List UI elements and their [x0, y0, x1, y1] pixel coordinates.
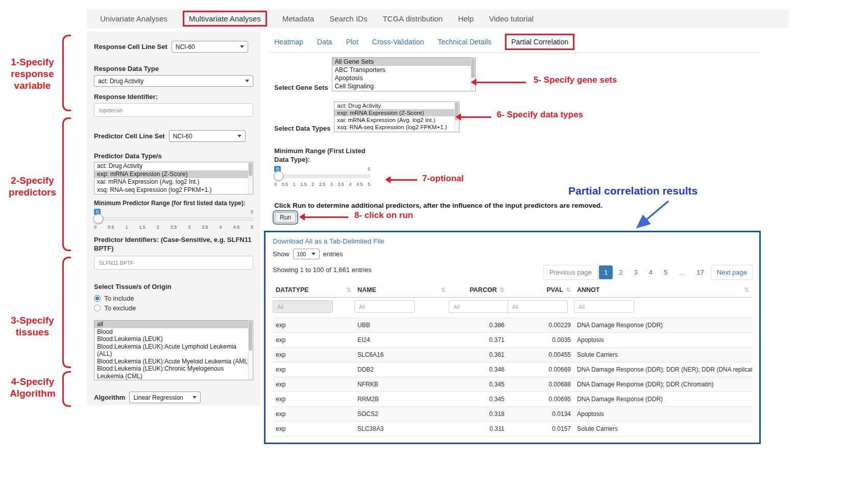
filter-parcor-input[interactable] — [449, 300, 509, 313]
column-header-annot[interactable]: ANNOT — [574, 283, 752, 298]
list-option[interactable]: all — [94, 321, 253, 328]
tissue-list[interactable]: all Blood Blood:Leukemia (LEUK) Blood:Le… — [94, 320, 253, 380]
table-row[interactable]: exp RRM2B 0.345 0.00695 DNA Damage Respo… — [273, 392, 752, 407]
page-number-button[interactable]: 2 — [614, 265, 628, 279]
sort-icon[interactable] — [566, 286, 571, 294]
predictor-identifiers-input[interactable] — [94, 256, 253, 270]
table-row[interactable]: exp NFRKB 0.345 0.00688 DNA Damage Respo… — [273, 377, 752, 392]
table-row[interactable]: exp SLC6A16 0.361 0.00455 Solute Carrier… — [273, 348, 752, 362]
data-types-list[interactable]: act: Drug Activity exp: mRNA Expression … — [334, 102, 460, 132]
nav-item[interactable]: Video tutorial — [489, 14, 534, 23]
nav-item[interactable]: TCGA distribution — [382, 14, 443, 23]
table-row[interactable]: exp SLC38A3 0.311 0.0157 Solute Carriers — [273, 422, 752, 436]
response-identifier-input[interactable] — [94, 103, 253, 117]
list-option[interactable]: act: Drug Activity — [334, 102, 459, 109]
nav-item[interactable]: Search IDs — [329, 14, 367, 23]
tab[interactable]: Heatmap — [274, 38, 303, 46]
column-header-name[interactable]: NAME — [354, 283, 449, 298]
min-range-slider[interactable]: 0 5 0 0.5 1 1.5 2 2.5 3 3.5 4 4.5 5 — [274, 166, 370, 188]
scrollbar[interactable] — [471, 58, 475, 91]
nav-item[interactable]: Univariate Analyses — [100, 14, 167, 23]
predictor-data-types-list[interactable]: act: Drug Activity exp: mRNA Expression … — [94, 162, 253, 194]
nav-item[interactable]: Multivariate Analyses — [183, 11, 267, 27]
list-option[interactable]: xai: mRNA Expression (Avg. log2 Int.) — [334, 116, 459, 124]
list-option[interactable]: xsq: RNA-seq Expression (log2 FPKM+1.) — [94, 186, 253, 194]
list-option[interactable]: Cell Signaling — [332, 82, 475, 90]
tab[interactable]: Partial Correlation — [505, 34, 574, 50]
radio-unselected-icon[interactable] — [94, 305, 101, 311]
tab[interactable]: Plot — [346, 38, 358, 46]
min-predictor-range-slider[interactable]: 0 5 0 0.5 1 1.5 2 2.5 3 3.5 4 4 — [94, 209, 253, 231]
tab[interactable]: Data — [317, 38, 332, 46]
scrollbar-thumb[interactable] — [471, 58, 475, 78]
filter-datatype-input[interactable] — [273, 300, 333, 313]
download-link[interactable]: Download All as a Tab-Delimited File — [273, 237, 752, 245]
sort-icon[interactable] — [346, 286, 351, 294]
cell-name: SLC6A16 — [354, 348, 449, 362]
entries-select[interactable]: 100 — [293, 249, 320, 259]
filter-pval-input[interactable] — [508, 300, 568, 313]
sort-icon[interactable] — [499, 286, 504, 294]
scrollbar-thumb[interactable] — [249, 163, 252, 176]
previous-page-button[interactable]: Previous page — [543, 265, 598, 280]
list-option[interactable]: Blood:Leukemia (LEUK):Acute Lymphoid Leu… — [94, 343, 253, 358]
column-header-parcor[interactable]: PARCOR — [449, 283, 508, 298]
list-option[interactable]: ABC Transporters — [332, 66, 475, 74]
chevron-down-icon — [237, 135, 242, 137]
page-number-button[interactable]: 4 — [644, 265, 658, 279]
table-row[interactable]: exp EI24 0.371 0.0035 Apoptosis — [273, 333, 752, 348]
list-option[interactable]: All Gene Sets — [332, 58, 475, 66]
column-header-pval[interactable]: PVAL — [508, 283, 574, 298]
list-option[interactable]: Apoptosis — [332, 74, 475, 82]
predictor-cell-line-set-select[interactable]: NCI-60 — [169, 130, 246, 142]
table-row[interactable]: exp DDB2 0.346 0.00669 DNA Damage Respon… — [273, 362, 752, 377]
slider-track[interactable] — [274, 175, 370, 178]
list-option[interactable]: xsq: RNA-seq Expression (log2 FPKM+1.) — [334, 124, 459, 131]
tick-label: 2 — [157, 225, 159, 230]
list-option[interactable]: exp: mRNA Expression (Z-Score) — [334, 109, 459, 116]
list-option[interactable]: Blood:Leukemia (LEUK):Acute Myeloid Leuk… — [94, 358, 253, 365]
control-sidebar: Response Cell Line Set NCI-60 Response D… — [87, 32, 260, 405]
radio-selected-icon[interactable] — [94, 295, 101, 302]
nav-item[interactable]: Metadata — [282, 14, 315, 23]
slider-thumb[interactable] — [93, 214, 103, 224]
tick-label: 1 — [293, 182, 296, 187]
list-option[interactable]: exp: mRNA Expression (Z-Score) — [94, 170, 253, 179]
column-header-datatype[interactable]: DATATYPE — [273, 283, 354, 298]
page-number-button[interactable]: … — [673, 265, 690, 279]
algorithm-select[interactable]: Linear Regression — [129, 392, 201, 403]
nav-item[interactable]: Help — [458, 14, 474, 23]
list-option[interactable]: xai: mRNA Expression (Avg. log2 Int.) — [94, 178, 253, 186]
response-data-type-select[interactable]: act: Drug Activity — [94, 75, 253, 87]
table-row[interactable]: exp SOCS2 0.318 0.0134 Apoptosis — [273, 407, 752, 422]
page-number-button[interactable]: 3 — [629, 265, 643, 279]
page-number-button[interactable]: 1 — [599, 265, 613, 279]
sort-icon[interactable] — [441, 286, 446, 294]
tissue-exclude-radio[interactable]: To exclude — [94, 303, 253, 313]
slider-thumb[interactable] — [274, 171, 283, 181]
slider-track[interactable] — [94, 217, 253, 221]
gene-sets-list[interactable]: All Gene Sets ABC Transporters Apoptosis… — [332, 57, 476, 91]
page-number-button[interactable]: 17 — [691, 265, 709, 279]
list-option[interactable]: Blood:Leukemia (LEUK):Chronic Myelogenou… — [94, 365, 253, 380]
tab[interactable]: Cross-Validation — [372, 38, 424, 46]
cell-datatype: exp — [273, 392, 354, 407]
next-page-button[interactable]: Next page — [711, 265, 753, 280]
filter-annot-input[interactable] — [574, 300, 634, 313]
sort-icon[interactable] — [744, 286, 749, 294]
tab[interactable]: Technical Details — [438, 38, 491, 46]
list-option[interactable]: Blood:Leukemia (LEUK) — [94, 335, 253, 343]
tick-label: 0 — [274, 182, 277, 187]
list-option[interactable]: act: Drug Activity — [94, 162, 253, 170]
response-cell-line-set-select[interactable]: NCI-60 — [172, 41, 248, 53]
tissue-include-radio[interactable]: To include — [94, 294, 253, 303]
scrollbar-thumb[interactable] — [249, 321, 252, 351]
run-button[interactable]: Run — [275, 212, 296, 223]
page-number-button[interactable]: 5 — [659, 265, 672, 279]
table-row[interactable]: exp UBB 0.386 0.00229 DNA Damage Respons… — [273, 318, 752, 333]
scrollbar[interactable] — [248, 321, 253, 380]
list-option[interactable]: Blood — [94, 328, 253, 336]
cell-name: NFRKB — [354, 377, 449, 392]
scrollbar[interactable] — [248, 162, 253, 194]
filter-name-input[interactable] — [354, 300, 415, 313]
